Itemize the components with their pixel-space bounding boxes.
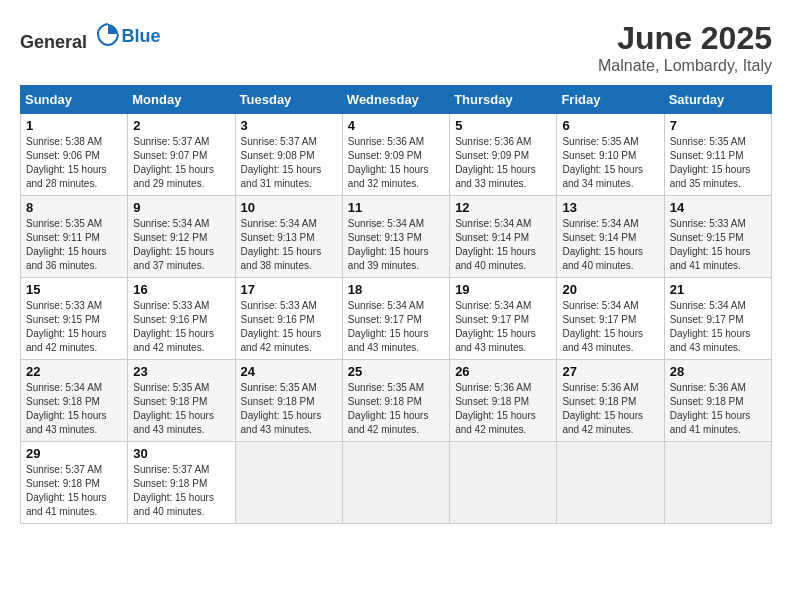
day-number: 6 <box>562 118 658 133</box>
day-number: 25 <box>348 364 444 379</box>
cell-info: Sunrise: 5:34 AM Sunset: 9:17 PM Dayligh… <box>455 299 551 355</box>
calendar-week-3: 15Sunrise: 5:33 AM Sunset: 9:15 PM Dayli… <box>21 278 772 360</box>
calendar-cell: 17Sunrise: 5:33 AM Sunset: 9:16 PM Dayli… <box>235 278 342 360</box>
day-number: 20 <box>562 282 658 297</box>
calendar-cell: 14Sunrise: 5:33 AM Sunset: 9:15 PM Dayli… <box>664 196 771 278</box>
day-number: 5 <box>455 118 551 133</box>
calendar-cell: 18Sunrise: 5:34 AM Sunset: 9:17 PM Dayli… <box>342 278 449 360</box>
day-number: 19 <box>455 282 551 297</box>
calendar-cell: 16Sunrise: 5:33 AM Sunset: 9:16 PM Dayli… <box>128 278 235 360</box>
calendar-cell: 10Sunrise: 5:34 AM Sunset: 9:13 PM Dayli… <box>235 196 342 278</box>
calendar-cell: 27Sunrise: 5:36 AM Sunset: 9:18 PM Dayli… <box>557 360 664 442</box>
calendar-cell <box>342 442 449 524</box>
calendar-cell: 28Sunrise: 5:36 AM Sunset: 9:18 PM Dayli… <box>664 360 771 442</box>
cell-info: Sunrise: 5:35 AM Sunset: 9:18 PM Dayligh… <box>133 381 229 437</box>
cell-info: Sunrise: 5:36 AM Sunset: 9:09 PM Dayligh… <box>455 135 551 191</box>
calendar-cell: 8Sunrise: 5:35 AM Sunset: 9:11 PM Daylig… <box>21 196 128 278</box>
calendar-title: June 2025 <box>598 20 772 57</box>
calendar-body: 1Sunrise: 5:38 AM Sunset: 9:06 PM Daylig… <box>21 114 772 524</box>
calendar-cell: 12Sunrise: 5:34 AM Sunset: 9:14 PM Dayli… <box>450 196 557 278</box>
calendar-cell <box>664 442 771 524</box>
column-header-tuesday: Tuesday <box>235 86 342 114</box>
day-number: 9 <box>133 200 229 215</box>
cell-info: Sunrise: 5:34 AM Sunset: 9:17 PM Dayligh… <box>348 299 444 355</box>
cell-info: Sunrise: 5:37 AM Sunset: 9:18 PM Dayligh… <box>26 463 122 519</box>
day-number: 7 <box>670 118 766 133</box>
column-header-monday: Monday <box>128 86 235 114</box>
day-number: 12 <box>455 200 551 215</box>
day-number: 17 <box>241 282 337 297</box>
calendar-cell: 13Sunrise: 5:34 AM Sunset: 9:14 PM Dayli… <box>557 196 664 278</box>
cell-info: Sunrise: 5:34 AM Sunset: 9:13 PM Dayligh… <box>241 217 337 273</box>
calendar-cell: 5Sunrise: 5:36 AM Sunset: 9:09 PM Daylig… <box>450 114 557 196</box>
cell-info: Sunrise: 5:33 AM Sunset: 9:15 PM Dayligh… <box>26 299 122 355</box>
calendar-cell <box>450 442 557 524</box>
calendar-cell: 6Sunrise: 5:35 AM Sunset: 9:10 PM Daylig… <box>557 114 664 196</box>
calendar-cell: 25Sunrise: 5:35 AM Sunset: 9:18 PM Dayli… <box>342 360 449 442</box>
cell-info: Sunrise: 5:36 AM Sunset: 9:18 PM Dayligh… <box>455 381 551 437</box>
cell-info: Sunrise: 5:35 AM Sunset: 9:10 PM Dayligh… <box>562 135 658 191</box>
cell-info: Sunrise: 5:35 AM Sunset: 9:18 PM Dayligh… <box>241 381 337 437</box>
day-number: 8 <box>26 200 122 215</box>
cell-info: Sunrise: 5:33 AM Sunset: 9:16 PM Dayligh… <box>241 299 337 355</box>
day-number: 30 <box>133 446 229 461</box>
cell-info: Sunrise: 5:34 AM Sunset: 9:14 PM Dayligh… <box>455 217 551 273</box>
column-header-saturday: Saturday <box>664 86 771 114</box>
title-area: June 2025 Malnate, Lombardy, Italy <box>598 20 772 75</box>
day-number: 14 <box>670 200 766 215</box>
cell-info: Sunrise: 5:37 AM Sunset: 9:18 PM Dayligh… <box>133 463 229 519</box>
calendar-cell: 4Sunrise: 5:36 AM Sunset: 9:09 PM Daylig… <box>342 114 449 196</box>
calendar-cell: 11Sunrise: 5:34 AM Sunset: 9:13 PM Dayli… <box>342 196 449 278</box>
calendar-cell: 19Sunrise: 5:34 AM Sunset: 9:17 PM Dayli… <box>450 278 557 360</box>
cell-info: Sunrise: 5:34 AM Sunset: 9:17 PM Dayligh… <box>562 299 658 355</box>
calendar-cell: 9Sunrise: 5:34 AM Sunset: 9:12 PM Daylig… <box>128 196 235 278</box>
day-number: 26 <box>455 364 551 379</box>
calendar-cell: 3Sunrise: 5:37 AM Sunset: 9:08 PM Daylig… <box>235 114 342 196</box>
day-number: 28 <box>670 364 766 379</box>
cell-info: Sunrise: 5:37 AM Sunset: 9:07 PM Dayligh… <box>133 135 229 191</box>
calendar-week-5: 29Sunrise: 5:37 AM Sunset: 9:18 PM Dayli… <box>21 442 772 524</box>
header: General Blue June 2025 Malnate, Lombardy… <box>20 20 772 75</box>
calendar-cell: 1Sunrise: 5:38 AM Sunset: 9:06 PM Daylig… <box>21 114 128 196</box>
cell-info: Sunrise: 5:38 AM Sunset: 9:06 PM Dayligh… <box>26 135 122 191</box>
day-number: 27 <box>562 364 658 379</box>
calendar-cell: 22Sunrise: 5:34 AM Sunset: 9:18 PM Dayli… <box>21 360 128 442</box>
calendar-header-row: SundayMondayTuesdayWednesdayThursdayFrid… <box>21 86 772 114</box>
calendar-table: SundayMondayTuesdayWednesdayThursdayFrid… <box>20 85 772 524</box>
calendar-cell: 20Sunrise: 5:34 AM Sunset: 9:17 PM Dayli… <box>557 278 664 360</box>
cell-info: Sunrise: 5:35 AM Sunset: 9:11 PM Dayligh… <box>670 135 766 191</box>
cell-info: Sunrise: 5:34 AM Sunset: 9:13 PM Dayligh… <box>348 217 444 273</box>
column-header-sunday: Sunday <box>21 86 128 114</box>
calendar-week-2: 8Sunrise: 5:35 AM Sunset: 9:11 PM Daylig… <box>21 196 772 278</box>
cell-info: Sunrise: 5:34 AM Sunset: 9:12 PM Dayligh… <box>133 217 229 273</box>
cell-info: Sunrise: 5:35 AM Sunset: 9:11 PM Dayligh… <box>26 217 122 273</box>
logo-blue: Blue <box>122 26 161 46</box>
calendar-cell <box>557 442 664 524</box>
day-number: 21 <box>670 282 766 297</box>
day-number: 24 <box>241 364 337 379</box>
column-header-wednesday: Wednesday <box>342 86 449 114</box>
calendar-cell: 29Sunrise: 5:37 AM Sunset: 9:18 PM Dayli… <box>21 442 128 524</box>
day-number: 4 <box>348 118 444 133</box>
day-number: 16 <box>133 282 229 297</box>
day-number: 22 <box>26 364 122 379</box>
calendar-cell: 24Sunrise: 5:35 AM Sunset: 9:18 PM Dayli… <box>235 360 342 442</box>
calendar-cell: 26Sunrise: 5:36 AM Sunset: 9:18 PM Dayli… <box>450 360 557 442</box>
logo-icon <box>94 20 122 48</box>
calendar-cell: 2Sunrise: 5:37 AM Sunset: 9:07 PM Daylig… <box>128 114 235 196</box>
calendar-cell: 15Sunrise: 5:33 AM Sunset: 9:15 PM Dayli… <box>21 278 128 360</box>
cell-info: Sunrise: 5:33 AM Sunset: 9:16 PM Dayligh… <box>133 299 229 355</box>
cell-info: Sunrise: 5:34 AM Sunset: 9:18 PM Dayligh… <box>26 381 122 437</box>
cell-info: Sunrise: 5:36 AM Sunset: 9:18 PM Dayligh… <box>670 381 766 437</box>
calendar-week-4: 22Sunrise: 5:34 AM Sunset: 9:18 PM Dayli… <box>21 360 772 442</box>
calendar-subtitle: Malnate, Lombardy, Italy <box>598 57 772 75</box>
cell-info: Sunrise: 5:33 AM Sunset: 9:15 PM Dayligh… <box>670 217 766 273</box>
calendar-week-1: 1Sunrise: 5:38 AM Sunset: 9:06 PM Daylig… <box>21 114 772 196</box>
cell-info: Sunrise: 5:36 AM Sunset: 9:09 PM Dayligh… <box>348 135 444 191</box>
cell-info: Sunrise: 5:37 AM Sunset: 9:08 PM Dayligh… <box>241 135 337 191</box>
calendar-cell: 30Sunrise: 5:37 AM Sunset: 9:18 PM Dayli… <box>128 442 235 524</box>
day-number: 23 <box>133 364 229 379</box>
column-header-thursday: Thursday <box>450 86 557 114</box>
cell-info: Sunrise: 5:34 AM Sunset: 9:17 PM Dayligh… <box>670 299 766 355</box>
calendar-cell <box>235 442 342 524</box>
